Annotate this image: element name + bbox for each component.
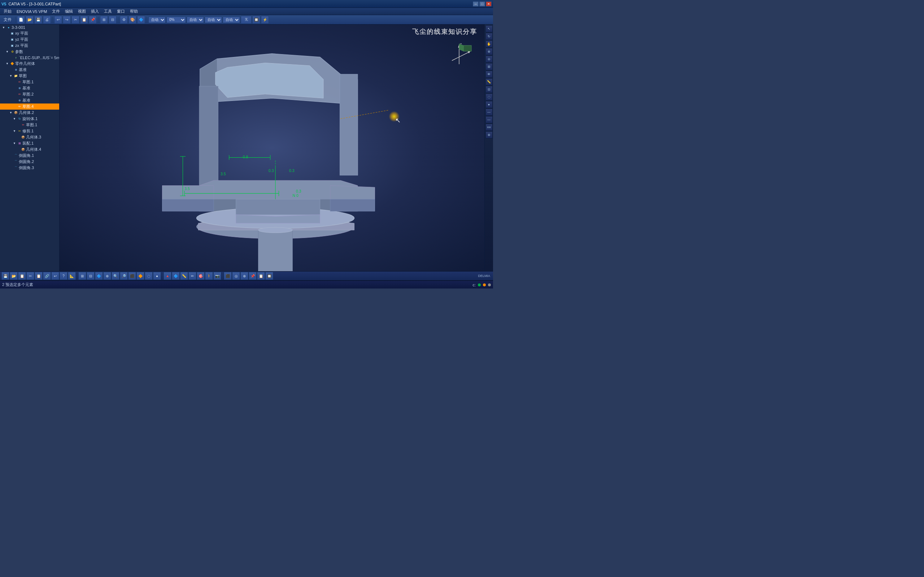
- tb-settings[interactable]: ⚙: [120, 16, 128, 24]
- bt-plane[interactable]: 🔷: [95, 272, 103, 280]
- rt-zoom-out[interactable]: ⊖: [485, 56, 493, 63]
- bt-grid[interactable]: ⊞: [78, 272, 86, 280]
- tb-print[interactable]: 🖨: [43, 16, 51, 24]
- tree-geobody4[interactable]: 📦 几何体.4: [0, 147, 59, 153]
- tree-assembly1[interactable]: ▼ ⊞ 装配.1: [0, 140, 59, 147]
- bt-walk[interactable]: 🚶: [205, 272, 213, 280]
- bt-save[interactable]: 💾: [2, 272, 10, 280]
- menu-enovia[interactable]: ENOVIA V5 VPM: [15, 9, 49, 14]
- tb-copy[interactable]: 📋: [80, 16, 88, 24]
- tree-sketch-group[interactable]: ▼ 📁 草图: [0, 73, 59, 79]
- close-button[interactable]: ✕: [486, 2, 492, 6]
- rt-zoom-in[interactable]: ⊕: [485, 48, 493, 55]
- tb-new[interactable]: 📄: [17, 16, 25, 24]
- quality-select[interactable]: 自动: [205, 16, 222, 23]
- tb-extra2[interactable]: 🔲: [252, 16, 260, 24]
- tree-fillet2[interactable]: ⌒ 倒圆角.2: [0, 159, 59, 165]
- menu-help[interactable]: 帮助: [128, 8, 140, 15]
- bt-axis[interactable]: ⊕: [103, 272, 111, 280]
- menu-start[interactable]: 开始: [2, 8, 14, 15]
- menu-insert[interactable]: 插入: [89, 8, 101, 15]
- menu-window[interactable]: 窗口: [115, 8, 127, 15]
- menu-file[interactable]: 文件: [50, 8, 62, 15]
- bt-extra3[interactable]: ⊕: [241, 272, 248, 280]
- tree-geobody3[interactable]: 📦 几何体.3: [0, 134, 59, 140]
- tree-sketch4[interactable]: ✏ 草图.4: [0, 103, 59, 110]
- tree-geobody2[interactable]: ▼ 📦 几何体.2: [0, 110, 59, 116]
- bt-cut[interactable]: ✂: [26, 272, 34, 280]
- rt-pan[interactable]: ✋: [485, 40, 493, 48]
- tree-base2[interactable]: ⊕ 基准: [0, 85, 59, 91]
- tree-sketch1[interactable]: ✏ 草图.1: [0, 79, 59, 85]
- rt-more2[interactable]: —: [485, 116, 493, 123]
- rt-compass[interactable]: ⊕: [485, 131, 493, 139]
- tb-open[interactable]: 📂: [26, 16, 34, 24]
- rt-analysis[interactable]: ≡≡: [485, 124, 493, 131]
- tb-grid1[interactable]: ⊞: [100, 16, 108, 24]
- render-select[interactable]: 自动: [187, 16, 204, 23]
- tree-yz-plane[interactable]: ▣ yz 平面: [0, 36, 59, 43]
- maximize-button[interactable]: □: [479, 2, 485, 6]
- tb-cut[interactable]: ✂: [71, 16, 79, 24]
- bt-fly[interactable]: 🎯: [197, 272, 205, 280]
- tb-redo[interactable]: ↪: [63, 16, 71, 24]
- bt-hide2[interactable]: ◌: [145, 272, 153, 280]
- bt-close[interactable]: 📋: [18, 272, 26, 280]
- tree-sketch1b[interactable]: ✏ 草图.1: [0, 122, 59, 128]
- rt-more1[interactable]: —: [485, 108, 493, 116]
- menu-tools[interactable]: 工具: [102, 8, 114, 15]
- bt-meas[interactable]: 📐: [68, 272, 76, 280]
- tb-material[interactable]: 🔷: [137, 16, 145, 24]
- rt-rotate[interactable]: ↻: [485, 33, 493, 40]
- tree-geobody[interactable]: ▼ 🔶 零件几何体: [0, 61, 59, 67]
- tree-fillet3[interactable]: ⌒ 倒圆角.3: [0, 165, 59, 171]
- minimize-button[interactable]: ─: [473, 2, 478, 6]
- tree-base3[interactable]: ⊕ 基准: [0, 97, 59, 103]
- tb-extra1[interactable]: 无: [241, 16, 252, 24]
- tree-fillet1[interactable]: ⌒ 倒圆角.1: [0, 153, 59, 159]
- tree-sketch2[interactable]: ✏ 草图.2: [0, 91, 59, 97]
- bt-snap[interactable]: ⊟: [87, 272, 95, 280]
- tree-params[interactable]: ▼ ⚙ 参数: [0, 49, 59, 55]
- rt-hide[interactable]: ◌: [485, 93, 493, 101]
- bt-link[interactable]: 🔗: [43, 272, 51, 280]
- bt-show2[interactable]: ●: [153, 272, 161, 280]
- tree-elec-param[interactable]: f `ELEC-SUP...IUS`= 5mm: [0, 55, 59, 61]
- tb-save[interactable]: 💾: [34, 16, 42, 24]
- bt-dim[interactable]: 📏: [180, 272, 188, 280]
- menu-edit[interactable]: 编辑: [63, 8, 75, 15]
- bt-edge[interactable]: 🔺: [163, 272, 171, 280]
- bt-extra6[interactable]: 🔲: [265, 272, 273, 280]
- rt-measure[interactable]: 📏: [485, 78, 493, 85]
- bt-section[interactable]: ⬛: [128, 272, 136, 280]
- rt-view[interactable]: 👁: [485, 71, 493, 78]
- rt-fit[interactable]: ⊞: [485, 63, 493, 70]
- tb-paste[interactable]: 📌: [89, 16, 97, 24]
- bt-help[interactable]: ?: [60, 272, 68, 280]
- bt-copy2[interactable]: 📋: [35, 272, 43, 280]
- bt-ann[interactable]: ✏: [188, 272, 196, 280]
- rt-show[interactable]: ●: [485, 101, 493, 108]
- tree-revolve1[interactable]: ▼ ↻ 旋转体.1: [0, 116, 59, 122]
- bt-extra1[interactable]: ⬛: [224, 272, 232, 280]
- bt-undo2[interactable]: ↩: [51, 272, 59, 280]
- bt-extra2[interactable]: ◎: [232, 272, 240, 280]
- display-mode-select[interactable]: 自动 手动: [149, 16, 166, 23]
- bt-cut2[interactable]: 🔶: [136, 272, 144, 280]
- menu-view[interactable]: 视图: [76, 8, 88, 15]
- rt-select[interactable]: ↖: [485, 25, 493, 32]
- tree-trim1[interactable]: ▼ ✂ 修剪.1: [0, 128, 59, 134]
- bt-extra4[interactable]: 📌: [249, 272, 257, 280]
- tb-render[interactable]: 🎨: [129, 16, 136, 24]
- tree-root[interactable]: ▼ ● 3-3-001: [0, 24, 59, 30]
- bt-zout[interactable]: 🔎: [120, 272, 128, 280]
- aa-select[interactable]: 自动: [223, 16, 240, 23]
- tree-xy-plane[interactable]: ▣ xy 平面: [0, 30, 59, 36]
- rt-section[interactable]: ⊟: [485, 86, 493, 93]
- tb-grid2[interactable]: ⊟: [109, 16, 116, 24]
- bt-extra5[interactable]: 📋: [257, 272, 265, 280]
- tree-zx-plane[interactable]: ▣ zx 平面: [0, 43, 59, 49]
- bt-cam[interactable]: 📷: [213, 272, 221, 280]
- 3d-viewport[interactable]: 飞尘的线束知识分享 Z: [60, 24, 485, 271]
- bt-open[interactable]: 📂: [10, 272, 18, 280]
